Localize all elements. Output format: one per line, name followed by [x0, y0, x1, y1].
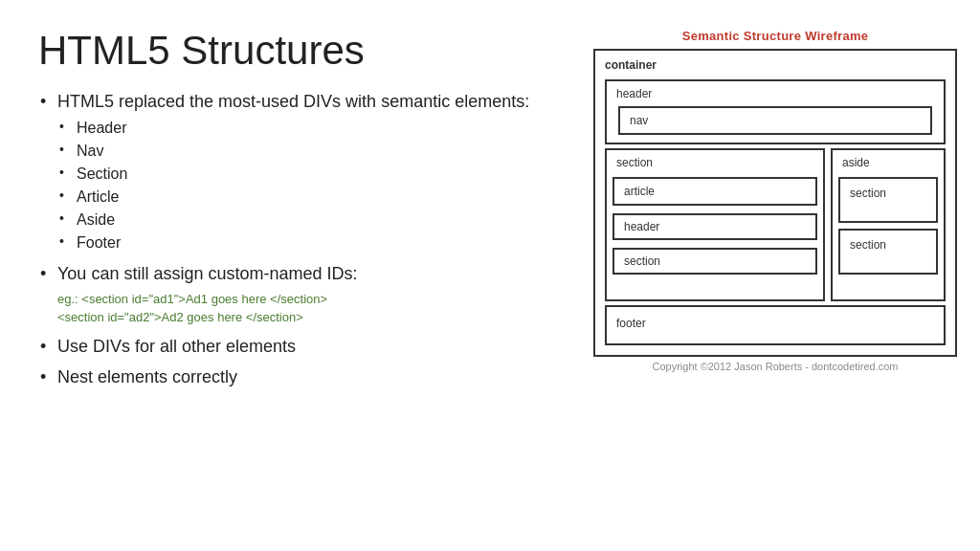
wireframe-diagram: container header nav section article hea…	[593, 49, 957, 357]
bullet-3: Use DIVs for all other elements	[38, 335, 574, 358]
wf-inner-header-label: header	[620, 218, 810, 235]
wf-nav-label: nav	[626, 112, 924, 129]
wf-header-box: header nav	[605, 79, 946, 144]
sub-item-footer: Footer	[57, 231, 574, 254]
wf-aside-section2: section	[838, 229, 938, 275]
wf-inner-section-label: section	[620, 253, 810, 270]
wf-article-label: article	[620, 183, 810, 200]
right-column: Semantic Structure Wireframe container h…	[593, 29, 957, 532]
slide-title: HTML5 Structures	[38, 29, 574, 73]
sub-item-article: Article	[57, 186, 574, 209]
wf-inner-section-box: section	[612, 248, 817, 275]
bullet-4: Nest elements correctly	[38, 365, 574, 388]
copyright-text: Copyright ©2012 Jason Roberts - dontcode…	[653, 361, 899, 372]
sub-list-1: Header Nav Section Article Aside Footer	[57, 117, 574, 254]
bullet-1: HTML5 replaced the most-used DIVs with s…	[38, 90, 574, 254]
wf-mid-row: section article header section aside	[605, 148, 946, 301]
wf-container-label: container	[601, 56, 949, 76]
code-example: eg.: <section id="ad1">Ad1 goes here </s…	[57, 290, 574, 327]
wf-section-label: section	[612, 154, 817, 171]
wireframe-title: Semantic Structure Wireframe	[682, 29, 869, 43]
left-column: HTML5 Structures HTML5 replaced the most…	[38, 29, 574, 532]
main-bullet-list: HTML5 replaced the most-used DIVs with s…	[38, 90, 574, 396]
sub-item-nav: Nav	[57, 140, 574, 163]
slide: HTML5 Structures HTML5 replaced the most…	[0, 0, 980, 551]
sub-item-section: Section	[57, 163, 574, 186]
bullet-2: You can still assign custom-named IDs: e…	[38, 262, 574, 326]
wf-aside-section1-label: section	[846, 185, 930, 202]
wf-nav-box: nav	[618, 106, 932, 135]
wf-section-box: section article header section	[605, 148, 825, 301]
wf-footer-label: footer	[612, 315, 938, 332]
wf-aside-section1: section	[838, 177, 938, 223]
sub-item-header: Header	[57, 117, 574, 140]
wf-aside-label: aside	[838, 154, 938, 171]
wf-aside-box: aside section section	[831, 148, 946, 301]
wf-inner-header-box: header	[612, 213, 817, 240]
wf-footer-box: footer	[605, 305, 946, 345]
wf-article-box: article	[612, 177, 817, 206]
wf-aside-section2-label: section	[846, 236, 930, 253]
wf-header-label: header	[612, 85, 938, 102]
sub-item-aside: Aside	[57, 209, 574, 231]
